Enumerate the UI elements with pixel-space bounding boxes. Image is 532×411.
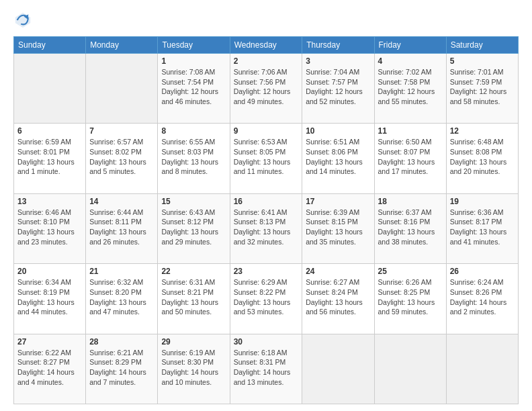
- day-number: 2: [234, 56, 299, 66]
- calendar-cell: 13Sunrise: 6:46 AM Sunset: 8:10 PM Dayli…: [14, 193, 86, 263]
- day-number: 19: [450, 197, 515, 206]
- day-info: Sunrise: 6:19 AM Sunset: 8:30 PM Dayligh…: [161, 348, 226, 387]
- calendar-cell: 29Sunrise: 6:19 AM Sunset: 8:30 PM Dayli…: [158, 334, 230, 404]
- day-info: Sunrise: 6:53 AM Sunset: 8:05 PM Dayligh…: [234, 137, 299, 177]
- calendar-cell: 19Sunrise: 6:36 AM Sunset: 8:17 PM Dayli…: [446, 193, 518, 263]
- day-number: 1: [161, 56, 226, 66]
- day-info: Sunrise: 6:24 AM Sunset: 8:26 PM Dayligh…: [450, 277, 515, 317]
- day-number: 16: [234, 197, 299, 206]
- day-number: 15: [161, 197, 226, 206]
- day-number: 5: [450, 56, 515, 66]
- day-info: Sunrise: 7:08 AM Sunset: 7:54 PM Dayligh…: [161, 67, 226, 107]
- day-number: 24: [306, 267, 370, 276]
- day-number: 11: [378, 126, 443, 136]
- calendar-cell: 16Sunrise: 6:41 AM Sunset: 8:13 PM Dayli…: [230, 193, 302, 263]
- day-number: 23: [234, 267, 299, 276]
- day-number: 9: [234, 126, 299, 136]
- day-info: Sunrise: 7:06 AM Sunset: 7:56 PM Dayligh…: [234, 67, 299, 107]
- calendar-cell: 21Sunrise: 6:32 AM Sunset: 8:20 PM Dayli…: [86, 264, 158, 334]
- calendar-cell: 2Sunrise: 7:06 AM Sunset: 7:56 PM Daylig…: [230, 54, 302, 124]
- day-number: 22: [161, 267, 226, 276]
- day-info: Sunrise: 7:01 AM Sunset: 7:59 PM Dayligh…: [450, 67, 515, 107]
- day-info: Sunrise: 6:31 AM Sunset: 8:21 PM Dayligh…: [161, 277, 226, 317]
- day-number: 10: [306, 126, 370, 136]
- day-info: Sunrise: 6:27 AM Sunset: 8:24 PM Dayligh…: [306, 277, 370, 317]
- day-info: Sunrise: 6:59 AM Sunset: 8:01 PM Dayligh…: [17, 137, 82, 177]
- calendar-cell: 12Sunrise: 6:48 AM Sunset: 8:08 PM Dayli…: [446, 124, 518, 193]
- day-number: 20: [17, 267, 82, 276]
- weekday-header-tuesday: Tuesday: [158, 37, 230, 54]
- day-number: 28: [89, 337, 154, 347]
- day-info: Sunrise: 6:55 AM Sunset: 8:03 PM Dayligh…: [161, 137, 226, 177]
- day-number: 29: [161, 337, 226, 347]
- day-info: Sunrise: 6:21 AM Sunset: 8:29 PM Dayligh…: [89, 348, 154, 387]
- calendar-cell: 10Sunrise: 6:51 AM Sunset: 8:06 PM Dayli…: [302, 124, 374, 193]
- day-info: Sunrise: 6:22 AM Sunset: 8:27 PM Dayligh…: [17, 348, 82, 387]
- weekday-header-monday: Monday: [86, 37, 158, 54]
- calendar-cell: [374, 334, 446, 404]
- calendar-cell: 1Sunrise: 7:08 AM Sunset: 7:54 PM Daylig…: [158, 54, 230, 124]
- logo: [13, 11, 35, 30]
- calendar-cell: [86, 54, 158, 124]
- calendar-cell: 23Sunrise: 6:29 AM Sunset: 8:22 PM Dayli…: [230, 264, 302, 334]
- day-number: 30: [234, 337, 299, 347]
- day-info: Sunrise: 6:48 AM Sunset: 8:08 PM Dayligh…: [450, 137, 515, 177]
- day-number: 25: [378, 267, 443, 276]
- calendar-cell: 24Sunrise: 6:27 AM Sunset: 8:24 PM Dayli…: [302, 264, 374, 334]
- day-info: Sunrise: 6:43 AM Sunset: 8:12 PM Dayligh…: [161, 208, 226, 247]
- day-info: Sunrise: 6:26 AM Sunset: 8:25 PM Dayligh…: [378, 277, 443, 317]
- calendar-cell: 26Sunrise: 6:24 AM Sunset: 8:26 PM Dayli…: [446, 264, 518, 334]
- calendar-cell: 20Sunrise: 6:34 AM Sunset: 8:19 PM Dayli…: [14, 264, 86, 334]
- header: [13, 11, 519, 30]
- calendar-cell: 9Sunrise: 6:53 AM Sunset: 8:05 PM Daylig…: [230, 124, 302, 193]
- weekday-header-sunday: Sunday: [14, 37, 86, 54]
- day-info: Sunrise: 6:18 AM Sunset: 8:31 PM Dayligh…: [234, 348, 299, 387]
- calendar-cell: 8Sunrise: 6:55 AM Sunset: 8:03 PM Daylig…: [158, 124, 230, 193]
- calendar-cell: [14, 54, 86, 124]
- calendar-cell: 27Sunrise: 6:22 AM Sunset: 8:27 PM Dayli…: [14, 334, 86, 404]
- day-info: Sunrise: 6:36 AM Sunset: 8:17 PM Dayligh…: [450, 208, 515, 247]
- day-info: Sunrise: 6:32 AM Sunset: 8:20 PM Dayligh…: [89, 277, 154, 317]
- calendar-cell: 7Sunrise: 6:57 AM Sunset: 8:02 PM Daylig…: [86, 124, 158, 193]
- calendar-cell: [446, 334, 518, 404]
- calendar-cell: 3Sunrise: 7:04 AM Sunset: 7:57 PM Daylig…: [302, 54, 374, 124]
- calendar-cell: 28Sunrise: 6:21 AM Sunset: 8:29 PM Dayli…: [86, 334, 158, 404]
- day-info: Sunrise: 6:39 AM Sunset: 8:15 PM Dayligh…: [306, 208, 370, 247]
- day-number: 8: [161, 126, 226, 136]
- day-number: 17: [306, 197, 370, 206]
- day-number: 6: [17, 126, 82, 136]
- day-number: 18: [378, 197, 443, 206]
- day-number: 26: [450, 267, 515, 276]
- day-number: 12: [450, 126, 515, 136]
- day-info: Sunrise: 6:57 AM Sunset: 8:02 PM Dayligh…: [89, 137, 154, 177]
- day-number: 7: [89, 126, 154, 136]
- day-number: 3: [306, 56, 370, 66]
- day-number: 27: [17, 337, 82, 347]
- day-info: Sunrise: 6:41 AM Sunset: 8:13 PM Dayligh…: [234, 208, 299, 247]
- day-info: Sunrise: 6:29 AM Sunset: 8:22 PM Dayligh…: [234, 277, 299, 317]
- day-info: Sunrise: 6:46 AM Sunset: 8:10 PM Dayligh…: [17, 208, 82, 247]
- calendar-cell: 11Sunrise: 6:50 AM Sunset: 8:07 PM Dayli…: [374, 124, 446, 193]
- calendar-cell: 25Sunrise: 6:26 AM Sunset: 8:25 PM Dayli…: [374, 264, 446, 334]
- day-info: Sunrise: 6:51 AM Sunset: 8:06 PM Dayligh…: [306, 137, 370, 177]
- calendar-cell: 6Sunrise: 6:59 AM Sunset: 8:01 PM Daylig…: [14, 124, 86, 193]
- calendar-cell: 15Sunrise: 6:43 AM Sunset: 8:12 PM Dayli…: [158, 193, 230, 263]
- calendar-cell: 18Sunrise: 6:37 AM Sunset: 8:16 PM Dayli…: [374, 193, 446, 263]
- day-info: Sunrise: 7:04 AM Sunset: 7:57 PM Dayligh…: [306, 67, 370, 107]
- calendar-cell: [302, 334, 374, 404]
- day-number: 21: [89, 267, 154, 276]
- calendar-cell: 4Sunrise: 7:02 AM Sunset: 7:58 PM Daylig…: [374, 54, 446, 124]
- calendar-cell: 17Sunrise: 6:39 AM Sunset: 8:15 PM Dayli…: [302, 193, 374, 263]
- day-number: 14: [89, 197, 154, 206]
- day-info: Sunrise: 6:37 AM Sunset: 8:16 PM Dayligh…: [378, 208, 443, 247]
- weekday-header-saturday: Saturday: [446, 37, 518, 54]
- calendar-cell: 22Sunrise: 6:31 AM Sunset: 8:21 PM Dayli…: [158, 264, 230, 334]
- calendar-cell: 14Sunrise: 6:44 AM Sunset: 8:11 PM Dayli…: [86, 193, 158, 263]
- day-info: Sunrise: 6:34 AM Sunset: 8:19 PM Dayligh…: [17, 277, 82, 317]
- day-number: 4: [378, 56, 443, 66]
- day-info: Sunrise: 6:50 AM Sunset: 8:07 PM Dayligh…: [378, 137, 443, 177]
- day-info: Sunrise: 7:02 AM Sunset: 7:58 PM Dayligh…: [378, 67, 443, 107]
- day-info: Sunrise: 6:44 AM Sunset: 8:11 PM Dayligh…: [89, 208, 154, 247]
- logo-icon: [13, 11, 32, 30]
- calendar-table: SundayMondayTuesdayWednesdayThursdayFrid…: [13, 36, 519, 404]
